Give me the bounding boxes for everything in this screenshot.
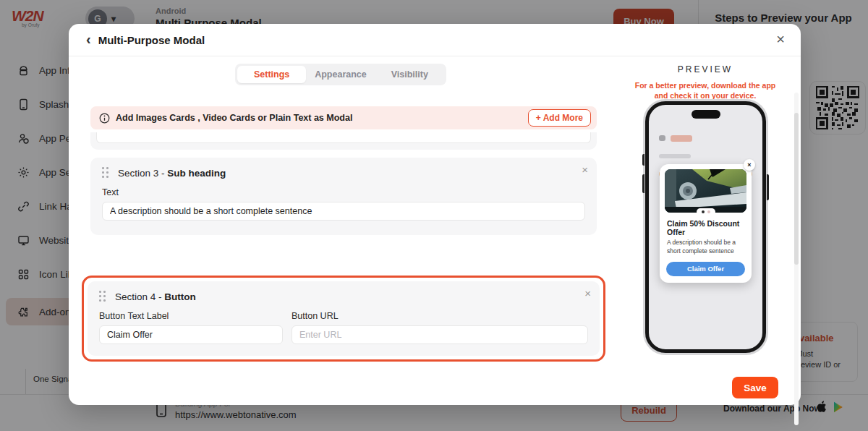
settings-content: Settings Appearance Visibility Add Image… <box>69 56 615 405</box>
preview-heading: PREVIEW <box>615 64 796 74</box>
button-text-input[interactable] <box>99 325 283 344</box>
preview-claim-offer-button[interactable]: Claim Offer <box>666 262 745 276</box>
tab-visibility[interactable]: Visibility <box>375 66 444 83</box>
banner-text: Add Images Cards , Video Cards or Plain … <box>116 113 522 123</box>
preview-note: For a better preview, download the app a… <box>628 80 783 101</box>
add-more-button[interactable]: + Add More <box>528 109 591 127</box>
phone-mockup: × <box>645 101 766 353</box>
section-title: Section 4 - Button <box>115 291 196 302</box>
phone-side-button <box>767 174 769 200</box>
preview-card-description: A description should be a short complete… <box>667 239 744 256</box>
preview-card-image <box>665 169 746 213</box>
section-4-card: Section 4 - Button × Button Text Label B… <box>88 281 600 356</box>
modal-body: Settings Appearance Visibility Add Image… <box>69 56 801 405</box>
button-url-input[interactable] <box>292 325 588 344</box>
phone-logo-placeholder <box>671 135 692 142</box>
drag-handle-icon[interactable] <box>99 291 106 302</box>
modal-title: Multi-Purpose Modal <box>98 34 205 46</box>
section-title-type: Button <box>164 291 195 302</box>
preview-panel: PREVIEW For a better preview, download t… <box>615 56 796 405</box>
drag-handle-icon[interactable] <box>102 167 109 179</box>
modal-scrollbar[interactable] <box>794 93 799 425</box>
phone-side-button <box>642 174 644 193</box>
close-icon[interactable]: × <box>776 31 785 48</box>
section-title: Section 3 - Sub heading <box>118 168 226 179</box>
preview-card-close-icon[interactable]: × <box>744 159 755 171</box>
modal-scrollbar-thumb[interactable] <box>794 113 799 265</box>
phone-side-button <box>642 154 644 166</box>
button-text-label: Button Text Label <box>99 311 283 321</box>
modal-header: ‹ Multi-Purpose Modal × <box>69 24 801 56</box>
carousel-dots[interactable] <box>697 208 715 216</box>
section-4-highlight: Section 4 - Button × Button Text Label B… <box>82 276 605 362</box>
section-3-card: Section 3 - Sub heading × Text <box>90 158 597 235</box>
text-field-label: Text <box>102 187 585 197</box>
sub-heading-text-input[interactable] <box>102 202 585 221</box>
multi-purpose-modal: ‹ Multi-Purpose Modal × Settings Appeara… <box>69 24 801 405</box>
section-title-type: Sub heading <box>167 168 226 179</box>
dynamic-island <box>692 110 720 119</box>
car-image <box>665 169 746 213</box>
button-url-label: Button URL <box>292 311 588 321</box>
section-header: Section 3 - Sub heading <box>102 167 585 179</box>
section-partially-scrolled <box>90 132 597 150</box>
section-title-prefix: Section 4 - <box>115 291 164 302</box>
remove-section-icon[interactable]: × <box>582 163 588 176</box>
preview-modal-card: × <box>660 164 752 283</box>
phone-menu-placeholder <box>659 135 665 141</box>
info-icon <box>99 113 110 124</box>
section-header: Section 4 - Button <box>99 291 588 302</box>
modal-tabs: Settings Appearance Visibility <box>235 64 446 85</box>
info-banner: Add Images Cards , Video Cards or Plain … <box>90 106 597 129</box>
remove-section-icon[interactable]: × <box>584 287 591 299</box>
tab-appearance[interactable]: Appearance <box>306 66 375 83</box>
tab-settings[interactable]: Settings <box>237 66 306 83</box>
phone-text-placeholder <box>659 154 691 158</box>
section-title-prefix: Section 3 - <box>118 168 167 179</box>
preview-card-heading: Claim 50% Discount Offer <box>667 219 744 236</box>
back-icon[interactable]: ‹ <box>86 32 91 46</box>
button-fields-row: Button Text Label Button URL <box>99 302 588 344</box>
cutoff-input <box>96 132 591 143</box>
